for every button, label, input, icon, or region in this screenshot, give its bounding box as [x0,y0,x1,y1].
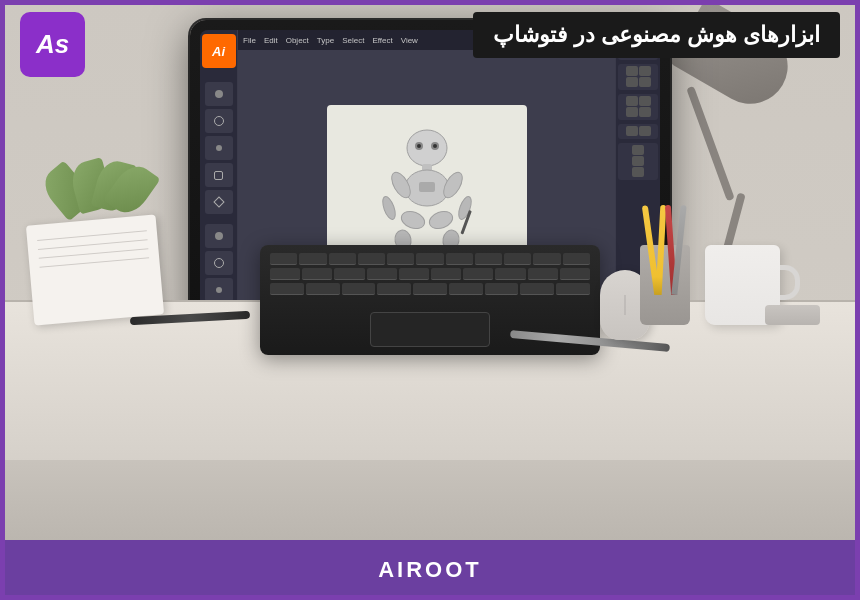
key-2 [299,253,326,265]
tool-blob[interactable] [205,251,233,275]
tool-direct-select[interactable] [205,109,233,133]
svg-point-4 [433,144,437,148]
key-r2-1 [270,268,300,280]
lamp-arm-upper [686,86,735,201]
svg-point-3 [417,144,421,148]
key-r3-8 [520,283,554,295]
keyboard-keys-area [260,245,600,306]
header-overlay: As ابزارهای هوش مصنوعی در فتوشاپ [0,0,860,89]
svg-point-14 [426,208,454,231]
key-10 [533,253,560,265]
key-5 [387,253,414,265]
key-4 [358,253,385,265]
svg-point-10 [380,195,398,221]
tool-pencil[interactable] [205,278,233,302]
key-3 [329,253,356,265]
key-7 [446,253,473,265]
notebook-line-2 [38,239,148,250]
svg-point-13 [398,208,426,231]
key-r3-9 [556,283,590,295]
notebook-line-4 [40,257,150,268]
adobe-as-logo: As [20,12,85,77]
key-8 [475,253,502,265]
key-9 [504,253,531,265]
tool-shape[interactable] [205,190,233,214]
key-r2-5 [399,268,429,280]
notebook-line-1 [37,230,147,241]
adobe-as-text: As [36,29,69,60]
key-r2-2 [302,268,332,280]
title-text: ابزارهای هوش مصنوعی در فتوشاپ [493,22,820,47]
bottom-bar-text: AIROOT [378,557,482,583]
key-r3-6 [449,283,483,295]
keyboard-row-1 [270,253,590,265]
svg-point-0 [407,130,447,166]
trackpad[interactable] [370,312,490,347]
title-banner: ابزارهای هوش مصنوعی در فتوشاپ [473,12,840,58]
key-r3-5 [413,283,447,295]
key-r3-3 [342,283,376,295]
key-r2-3 [334,268,364,280]
tool-pen[interactable] [205,136,233,160]
key-r3-1 [270,283,304,295]
desk-surface [0,300,860,540]
key-r3-7 [485,283,519,295]
key-r2-10 [560,268,590,280]
key-r2-7 [463,268,493,280]
key-r2-6 [431,268,461,280]
desk-front-panel [0,460,860,540]
panel-group-5 [618,143,658,180]
tool-paintbrush[interactable] [205,224,233,248]
notebook-line-3 [39,248,149,259]
keyboard-row-3 [270,283,590,295]
tool-type[interactable] [205,163,233,187]
keyboard-row-2 [270,268,590,280]
panel-group-3 [618,94,658,120]
key-r3-2 [306,283,340,295]
notebook [26,215,164,326]
key-11 [563,253,590,265]
key-r3-4 [377,283,411,295]
pencil-holder [640,245,690,325]
bottom-bar: AIROOT [0,540,860,600]
key-1 [270,253,297,265]
key-r2-4 [367,268,397,280]
key-6 [416,253,443,265]
notebook-lines [26,215,161,292]
panel-group-4 [618,124,658,139]
key-r2-8 [495,268,525,280]
mouse-divider [625,295,626,315]
svg-point-11 [456,195,474,221]
svg-rect-7 [419,182,435,192]
key-r2-9 [528,268,558,280]
page-wrapper: Ai [0,0,860,600]
round-container [765,305,820,325]
